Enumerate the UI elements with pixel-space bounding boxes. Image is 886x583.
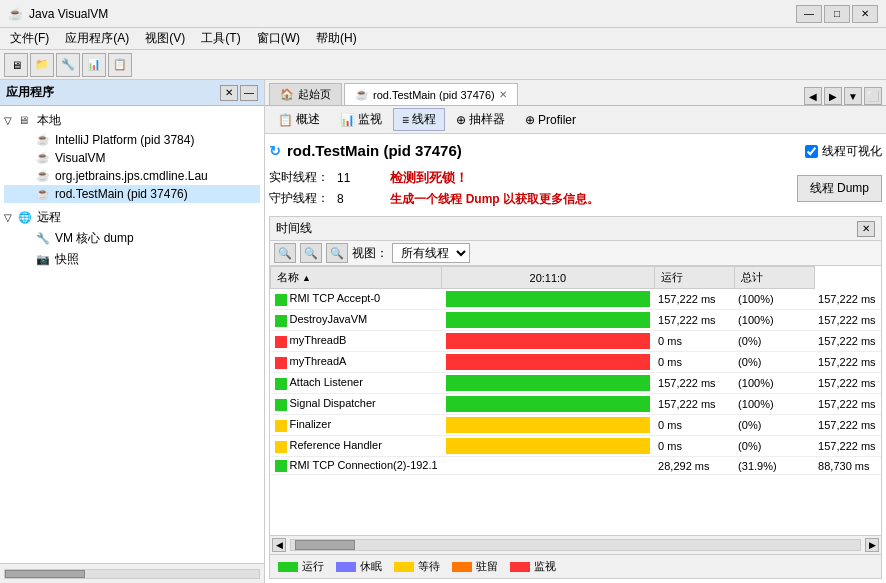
thread-stats: 实时线程： 11 守护线程： 8 — [269, 169, 350, 207]
thread-total-ms: 157,222 ms — [814, 394, 881, 415]
thread-run-pct: (0%) — [734, 352, 814, 373]
thread-bar-cell — [442, 394, 654, 415]
btn-profiler[interactable]: ⊕ Profiler — [516, 110, 585, 130]
tree-snapshot[interactable]: 📷 快照 — [4, 249, 260, 270]
toolbar-btn-2[interactable]: 📁 — [30, 53, 54, 77]
thread-name-cell: RMI TCP Accept-0 — [271, 289, 442, 310]
visualizable-checkbox[interactable] — [805, 145, 818, 158]
btn-overview[interactable]: 📋 概述 — [269, 108, 329, 131]
thread-table: 名称 ▲ 20:11:0 运行 总计 RMI TCP Accept-0157,2… — [270, 266, 881, 535]
horizontal-scrollbar[interactable]: ◀ ▶ — [270, 535, 881, 554]
legend-run: 运行 — [278, 559, 324, 574]
tab-start-page[interactable]: 🏠 起始页 — [269, 83, 342, 105]
scroll-thumb[interactable] — [295, 540, 355, 550]
close-button[interactable]: ✕ — [852, 5, 878, 23]
thread-color-indicator — [275, 441, 287, 453]
btn-monitor[interactable]: 📊 监视 — [331, 108, 391, 131]
expand-remote[interactable]: ▽ — [4, 212, 18, 223]
menu-window[interactable]: 窗口(W) — [251, 28, 306, 49]
filter-select[interactable]: 所有线程 实时线程 守护线程 — [392, 243, 470, 263]
tree-vm-dump[interactable]: 🔧 VM 核心 dump — [4, 228, 260, 249]
tab-close-btn[interactable]: ✕ — [499, 89, 507, 100]
menu-help[interactable]: 帮助(H) — [310, 28, 363, 49]
table-row: Reference Handler0 ms(0%)157,222 ms — [271, 436, 882, 457]
zoom-out-btn[interactable]: 🔍 — [300, 243, 322, 263]
btn-threads[interactable]: ≡ 线程 — [393, 108, 445, 131]
realtime-value: 11 — [337, 171, 350, 185]
legend-park: 驻留 — [452, 559, 498, 574]
scroll-track[interactable] — [290, 539, 861, 551]
scroll-left-btn[interactable]: ◀ — [272, 538, 286, 552]
expand-local[interactable]: ▽ — [4, 115, 18, 126]
timeline-close-btn[interactable]: ✕ — [857, 221, 875, 237]
tab-nav-menu[interactable]: ▼ — [844, 87, 862, 105]
left-panel-collapse[interactable]: ✕ — [220, 85, 238, 101]
scroll-right-btn[interactable]: ▶ — [865, 538, 879, 552]
thread-run-pct: (100%) — [734, 310, 814, 331]
toolbar-btn-3[interactable]: 🔧 — [56, 53, 80, 77]
tree-jetbrains[interactable]: ☕ org.jetbrains.jps.cmdline.Lau — [4, 167, 260, 185]
left-panel-scrollbar[interactable] — [0, 563, 264, 583]
sampler-label: 抽样器 — [469, 111, 505, 128]
thread-run-pct: (0%) — [734, 436, 814, 457]
tabs-bar: 🏠 起始页 ☕ rod.TestMain (pid 37476) ✕ ◀ ▶ ▼… — [265, 80, 886, 106]
java-icon-4: ☕ — [36, 187, 52, 201]
thread-name-cell: Finalizer — [271, 415, 442, 436]
bar-fill — [446, 312, 650, 328]
thread-run-ms: 0 ms — [654, 352, 734, 373]
menu-file[interactable]: 文件(F) — [4, 28, 55, 49]
threads-label: 线程 — [412, 111, 436, 128]
menu-app[interactable]: 应用程序(A) — [59, 28, 135, 49]
zoom-fit-btn[interactable]: 🔍 — [326, 243, 348, 263]
legend-park-label: 驻留 — [476, 559, 498, 574]
app-icon: ☕ — [8, 7, 23, 21]
tree-local-root[interactable]: ▽ 🖥 本地 — [4, 110, 260, 131]
tab-testmain[interactable]: ☕ rod.TestMain (pid 37476) ✕ — [344, 83, 518, 105]
thread-bar-cell — [442, 415, 654, 436]
menu-view[interactable]: 视图(V) — [139, 28, 191, 49]
thread-dump-button[interactable]: 线程 Dump — [797, 175, 882, 202]
thread-run-ms: 157,222 ms — [654, 373, 734, 394]
tab-restore[interactable]: ⬜ — [864, 87, 882, 105]
realtime-label: 实时线程： — [269, 169, 329, 186]
thread-run-pct: (100%) — [734, 373, 814, 394]
tab-nav: ◀ ▶ ▼ ⬜ — [804, 87, 882, 105]
minimize-button[interactable]: — — [796, 5, 822, 23]
menu-tools[interactable]: 工具(T) — [195, 28, 246, 49]
toolbar-btn-1[interactable]: 🖥 — [4, 53, 28, 77]
tab-nav-left[interactable]: ◀ — [804, 87, 822, 105]
tab-nav-right[interactable]: ▶ — [824, 87, 842, 105]
toolbar-btn-5[interactable]: 📋 — [108, 53, 132, 77]
tree-testmain[interactable]: ☕ rod.TestMain (pid 37476) — [4, 185, 260, 203]
zoom-in-btn[interactable]: 🔍 — [274, 243, 296, 263]
tree-visualvm[interactable]: ☕ VisualVM — [4, 149, 260, 167]
thread-total-ms: 157,222 ms — [814, 436, 881, 457]
deadlock-warning: 检测到死锁！ 生成一个线程 Dump 以获取更多信息。 — [390, 169, 756, 208]
legend-bar: 运行 休眠 等待 驻留 — [270, 554, 881, 578]
table-row: Finalizer0 ms(0%)157,222 ms — [271, 415, 882, 436]
thread-name-text: RMI TCP Connection(2)-192.1 — [290, 459, 438, 471]
deadlock-title: 检测到死锁！ — [390, 169, 756, 187]
toolbar-btn-4[interactable]: 📊 — [82, 53, 106, 77]
thread-total-ms: 157,222 ms — [814, 352, 881, 373]
thread-color-indicator — [275, 294, 287, 306]
maximize-button[interactable]: □ — [824, 5, 850, 23]
col-run-header: 运行 — [654, 267, 734, 289]
legend-sleep-color — [336, 562, 356, 572]
testmain-label: rod.TestMain (pid 37476) — [55, 187, 188, 201]
table-row: myThreadA0 ms(0%)157,222 ms — [271, 352, 882, 373]
timeline-section: 时间线 ✕ 🔍 🔍 🔍 视图： 所有线程 实时线程 守护线程 — [269, 216, 882, 579]
left-panel-minimize[interactable]: — — [240, 85, 258, 101]
thread-total-ms: 157,222 ms — [814, 373, 881, 394]
thread-run-ms: 0 ms — [654, 415, 734, 436]
bar-fill — [446, 291, 650, 307]
daemon-label: 守护线程： — [269, 190, 329, 207]
tree-remote-root[interactable]: ▽ 🌐 远程 — [4, 207, 260, 228]
tree-intellij[interactable]: ☕ IntelliJ Platform (pid 3784) — [4, 131, 260, 149]
btn-sampler[interactable]: ⊕ 抽样器 — [447, 108, 514, 131]
thread-total-ms: 157,222 ms — [814, 310, 881, 331]
window-controls: — □ ✕ — [796, 5, 878, 23]
thread-total-ms: 88,730 ms — [814, 457, 881, 475]
daemon-stat: 守护线程： 8 — [269, 190, 350, 207]
legend-run-color — [278, 562, 298, 572]
